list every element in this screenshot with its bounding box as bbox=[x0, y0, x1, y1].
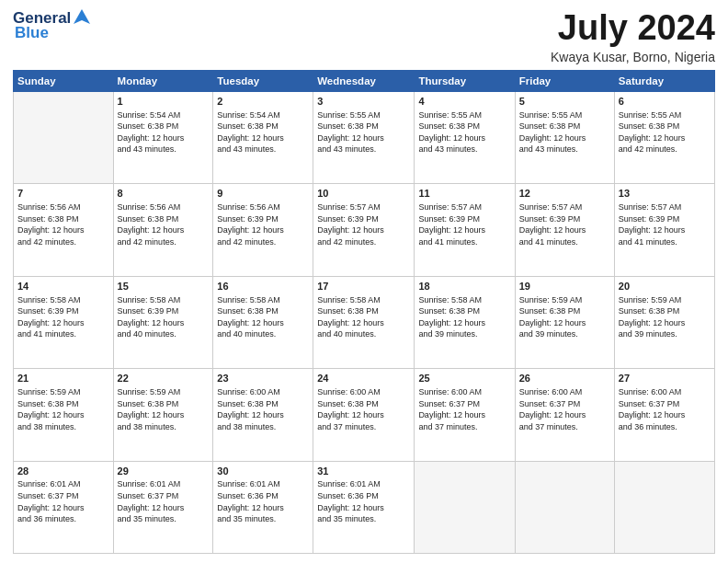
calendar-cell: 30Sunrise: 6:01 AM Sunset: 6:36 PM Dayli… bbox=[213, 461, 313, 553]
day-number: 5 bbox=[519, 95, 610, 109]
day-number: 30 bbox=[217, 465, 309, 478]
day-number: 11 bbox=[418, 187, 510, 201]
calendar-cell: 11Sunrise: 5:57 AM Sunset: 6:39 PM Dayli… bbox=[415, 184, 515, 276]
day-number: 25 bbox=[418, 372, 510, 385]
calendar-cell: 29Sunrise: 6:01 AM Sunset: 6:37 PM Dayli… bbox=[113, 461, 213, 553]
logo: General Blue bbox=[13, 9, 92, 42]
day-info: Sunrise: 6:00 AM Sunset: 6:37 PM Dayligh… bbox=[519, 386, 610, 432]
day-info: Sunrise: 5:57 AM Sunset: 6:39 PM Dayligh… bbox=[519, 201, 610, 247]
calendar-cell: 28Sunrise: 6:01 AM Sunset: 6:37 PM Dayli… bbox=[14, 461, 114, 553]
calendar-cell: 6Sunrise: 5:55 AM Sunset: 6:38 PM Daylig… bbox=[614, 91, 714, 183]
page: General Blue July 2024 Kwaya Kusar, Born… bbox=[0, 0, 728, 563]
calendar-cell: 20Sunrise: 5:59 AM Sunset: 6:38 PM Dayli… bbox=[614, 276, 714, 368]
col-monday: Monday bbox=[113, 70, 213, 91]
day-number: 27 bbox=[619, 372, 711, 385]
calendar-cell: 31Sunrise: 6:01 AM Sunset: 6:36 PM Dayli… bbox=[313, 461, 415, 553]
day-number: 1 bbox=[118, 95, 210, 109]
day-number: 12 bbox=[519, 187, 610, 201]
calendar-cell: 17Sunrise: 5:58 AM Sunset: 6:38 PM Dayli… bbox=[313, 276, 415, 368]
day-number: 14 bbox=[17, 280, 109, 293]
day-info: Sunrise: 5:55 AM Sunset: 6:38 PM Dayligh… bbox=[619, 109, 711, 155]
day-info: Sunrise: 5:56 AM Sunset: 6:38 PM Dayligh… bbox=[118, 201, 210, 247]
day-info: Sunrise: 5:54 AM Sunset: 6:38 PM Dayligh… bbox=[217, 109, 309, 155]
day-info: Sunrise: 5:56 AM Sunset: 6:38 PM Dayligh… bbox=[17, 201, 109, 247]
day-info: Sunrise: 6:01 AM Sunset: 6:36 PM Dayligh… bbox=[317, 478, 410, 524]
logo-blue: Blue bbox=[15, 24, 49, 42]
calendar-cell: 14Sunrise: 5:58 AM Sunset: 6:39 PM Dayli… bbox=[14, 276, 114, 368]
day-info: Sunrise: 5:57 AM Sunset: 6:39 PM Dayligh… bbox=[418, 201, 510, 247]
calendar-header-row: Sunday Monday Tuesday Wednesday Thursday… bbox=[14, 70, 715, 91]
day-info: Sunrise: 5:55 AM Sunset: 6:38 PM Dayligh… bbox=[519, 109, 610, 155]
calendar-cell bbox=[614, 461, 714, 553]
day-number: 4 bbox=[418, 95, 510, 109]
calendar-week-1: 1Sunrise: 5:54 AM Sunset: 6:38 PM Daylig… bbox=[14, 91, 715, 183]
day-info: Sunrise: 5:55 AM Sunset: 6:38 PM Dayligh… bbox=[418, 109, 510, 155]
calendar-week-2: 7Sunrise: 5:56 AM Sunset: 6:38 PM Daylig… bbox=[14, 184, 715, 276]
day-info: Sunrise: 6:00 AM Sunset: 6:37 PM Dayligh… bbox=[619, 386, 711, 432]
day-number: 18 bbox=[418, 280, 510, 293]
day-number: 9 bbox=[217, 187, 309, 201]
day-number: 2 bbox=[217, 95, 309, 109]
calendar-cell: 16Sunrise: 5:58 AM Sunset: 6:38 PM Dayli… bbox=[213, 276, 313, 368]
day-number: 22 bbox=[118, 372, 210, 385]
calendar-cell: 23Sunrise: 6:00 AM Sunset: 6:38 PM Dayli… bbox=[213, 369, 313, 461]
location: Kwaya Kusar, Borno, Nigeria bbox=[551, 50, 715, 64]
day-number: 26 bbox=[519, 372, 610, 385]
calendar-cell: 15Sunrise: 5:58 AM Sunset: 6:39 PM Dayli… bbox=[113, 276, 213, 368]
calendar-cell: 24Sunrise: 6:00 AM Sunset: 6:38 PM Dayli… bbox=[313, 369, 415, 461]
day-number: 16 bbox=[217, 280, 309, 293]
day-number: 20 bbox=[619, 280, 711, 293]
logo-icon bbox=[72, 7, 92, 28]
day-info: Sunrise: 5:56 AM Sunset: 6:39 PM Dayligh… bbox=[217, 201, 309, 247]
day-info: Sunrise: 5:58 AM Sunset: 6:38 PM Dayligh… bbox=[217, 294, 309, 340]
calendar-cell: 1Sunrise: 5:54 AM Sunset: 6:38 PM Daylig… bbox=[113, 91, 213, 183]
day-number: 3 bbox=[317, 95, 410, 109]
calendar-cell bbox=[515, 461, 614, 553]
col-tuesday: Tuesday bbox=[213, 70, 313, 91]
calendar-cell: 7Sunrise: 5:56 AM Sunset: 6:38 PM Daylig… bbox=[14, 184, 114, 276]
col-friday: Friday bbox=[515, 70, 614, 91]
calendar-week-3: 14Sunrise: 5:58 AM Sunset: 6:39 PM Dayli… bbox=[14, 276, 715, 368]
calendar-cell: 2Sunrise: 5:54 AM Sunset: 6:38 PM Daylig… bbox=[213, 91, 313, 183]
day-info: Sunrise: 6:00 AM Sunset: 6:37 PM Dayligh… bbox=[418, 386, 510, 432]
day-info: Sunrise: 5:59 AM Sunset: 6:38 PM Dayligh… bbox=[619, 294, 711, 340]
day-number: 24 bbox=[317, 372, 410, 385]
day-number: 13 bbox=[619, 187, 711, 201]
calendar-cell: 26Sunrise: 6:00 AM Sunset: 6:37 PM Dayli… bbox=[515, 369, 614, 461]
month-year: July 2024 bbox=[551, 9, 715, 48]
calendar-cell: 27Sunrise: 6:00 AM Sunset: 6:37 PM Dayli… bbox=[614, 369, 714, 461]
day-number: 31 bbox=[317, 465, 410, 478]
calendar-cell: 5Sunrise: 5:55 AM Sunset: 6:38 PM Daylig… bbox=[515, 91, 614, 183]
day-number: 23 bbox=[217, 372, 309, 385]
day-number: 21 bbox=[17, 372, 109, 385]
day-info: Sunrise: 6:01 AM Sunset: 6:37 PM Dayligh… bbox=[17, 478, 109, 524]
calendar-cell: 3Sunrise: 5:55 AM Sunset: 6:38 PM Daylig… bbox=[313, 91, 415, 183]
calendar-cell: 22Sunrise: 5:59 AM Sunset: 6:38 PM Dayli… bbox=[113, 369, 213, 461]
day-info: Sunrise: 5:58 AM Sunset: 6:38 PM Dayligh… bbox=[418, 294, 510, 340]
day-info: Sunrise: 5:58 AM Sunset: 6:38 PM Dayligh… bbox=[317, 294, 410, 340]
day-number: 28 bbox=[17, 465, 109, 478]
calendar-cell: 12Sunrise: 5:57 AM Sunset: 6:39 PM Dayli… bbox=[515, 184, 614, 276]
day-info: Sunrise: 5:55 AM Sunset: 6:38 PM Dayligh… bbox=[317, 109, 410, 155]
day-number: 15 bbox=[118, 280, 210, 293]
day-number: 17 bbox=[317, 280, 410, 293]
calendar-cell: 9Sunrise: 5:56 AM Sunset: 6:39 PM Daylig… bbox=[213, 184, 313, 276]
svg-marker-0 bbox=[74, 9, 90, 24]
calendar-cell: 19Sunrise: 5:59 AM Sunset: 6:38 PM Dayli… bbox=[515, 276, 614, 368]
day-info: Sunrise: 5:59 AM Sunset: 6:38 PM Dayligh… bbox=[17, 386, 109, 432]
calendar-week-4: 21Sunrise: 5:59 AM Sunset: 6:38 PM Dayli… bbox=[14, 369, 715, 461]
day-number: 6 bbox=[619, 95, 711, 109]
calendar-cell: 13Sunrise: 5:57 AM Sunset: 6:39 PM Dayli… bbox=[614, 184, 714, 276]
day-number: 19 bbox=[519, 280, 610, 293]
day-info: Sunrise: 5:57 AM Sunset: 6:39 PM Dayligh… bbox=[317, 201, 410, 247]
col-wednesday: Wednesday bbox=[313, 70, 415, 91]
day-number: 7 bbox=[17, 187, 109, 201]
day-number: 29 bbox=[118, 465, 210, 478]
calendar-cell: 25Sunrise: 6:00 AM Sunset: 6:37 PM Dayli… bbox=[415, 369, 515, 461]
day-info: Sunrise: 6:00 AM Sunset: 6:38 PM Dayligh… bbox=[317, 386, 410, 432]
day-info: Sunrise: 5:59 AM Sunset: 6:38 PM Dayligh… bbox=[519, 294, 610, 340]
title-block: July 2024 Kwaya Kusar, Borno, Nigeria bbox=[551, 9, 715, 64]
day-info: Sunrise: 5:58 AM Sunset: 6:39 PM Dayligh… bbox=[17, 294, 109, 340]
col-thursday: Thursday bbox=[415, 70, 515, 91]
calendar-week-5: 28Sunrise: 6:01 AM Sunset: 6:37 PM Dayli… bbox=[14, 461, 715, 553]
